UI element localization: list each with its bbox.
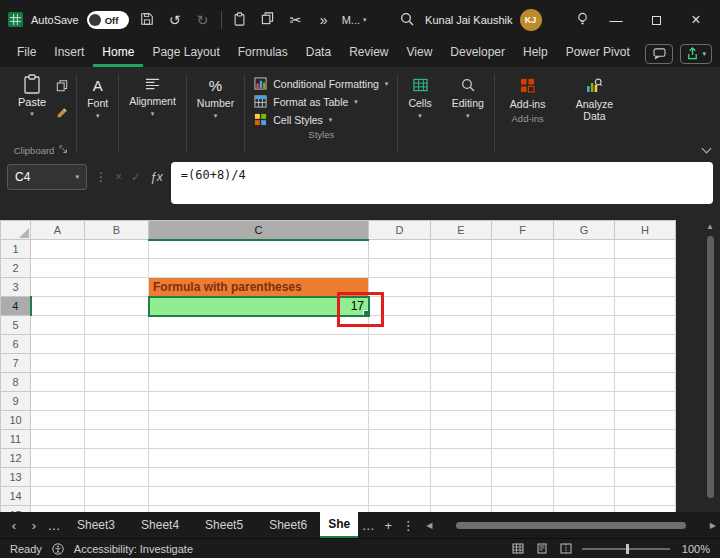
save-icon[interactable] bbox=[137, 12, 157, 29]
tab-file[interactable]: File bbox=[8, 40, 45, 67]
cell-H5[interactable] bbox=[615, 316, 676, 335]
tab-developer[interactable]: Developer bbox=[441, 40, 514, 67]
editing-group-collapsed[interactable]: Editing ▾ bbox=[442, 69, 494, 158]
cell-A15[interactable] bbox=[31, 506, 85, 513]
zoom-level[interactable]: 100% bbox=[678, 543, 710, 555]
row-header-13[interactable]: 13 bbox=[1, 468, 31, 487]
cell-H9[interactable] bbox=[615, 392, 676, 411]
paste-button[interactable]: Paste ▾ bbox=[11, 69, 53, 118]
column-header-E[interactable]: E bbox=[431, 221, 492, 240]
cell-F3[interactable] bbox=[492, 278, 554, 297]
sheet-tab-sheet3[interactable]: Sheet3 bbox=[64, 512, 128, 538]
horizontal-scrollbar-thumb[interactable] bbox=[456, 522, 686, 529]
column-header-G[interactable]: G bbox=[554, 221, 615, 240]
cell-B15[interactable] bbox=[85, 506, 149, 513]
select-all-corner[interactable] bbox=[1, 221, 31, 240]
cell-B8[interactable] bbox=[85, 373, 149, 392]
cell-F12[interactable] bbox=[492, 449, 554, 468]
cell-H12[interactable] bbox=[615, 449, 676, 468]
cell-H14[interactable] bbox=[615, 487, 676, 506]
account-button[interactable]: Kunal Jai Kaushik KJ bbox=[425, 9, 541, 31]
column-header-D[interactable]: D bbox=[369, 221, 431, 240]
column-header-A[interactable]: A bbox=[31, 221, 85, 240]
share-button[interactable]: ▾ bbox=[680, 44, 712, 64]
format-as-table-button[interactable]: Format as Table ▾ bbox=[254, 95, 388, 108]
cell-A1[interactable] bbox=[31, 240, 85, 259]
page-layout-view-button[interactable] bbox=[534, 542, 550, 556]
cell-E11[interactable] bbox=[431, 430, 492, 449]
cell-B6[interactable] bbox=[85, 335, 149, 354]
cell-F13[interactable] bbox=[492, 468, 554, 487]
autosave-toggle[interactable]: Off bbox=[87, 11, 129, 29]
row-header-4[interactable]: 4 bbox=[1, 297, 31, 316]
cell-D5[interactable] bbox=[369, 316, 431, 335]
row-header-10[interactable]: 10 bbox=[1, 411, 31, 430]
cell-A9[interactable] bbox=[31, 392, 85, 411]
cell-A6[interactable] bbox=[31, 335, 85, 354]
comments-button[interactable] bbox=[645, 44, 673, 64]
column-header-C[interactable]: C bbox=[149, 221, 369, 240]
cell-E13[interactable] bbox=[431, 468, 492, 487]
cell-F2[interactable] bbox=[492, 259, 554, 278]
cell-C14[interactable] bbox=[149, 487, 369, 506]
cell-D1[interactable] bbox=[369, 240, 431, 259]
cell-styles-button[interactable]: Cell Styles ▾ bbox=[254, 113, 388, 126]
cell-A4[interactable] bbox=[31, 297, 85, 316]
cell-F1[interactable] bbox=[492, 240, 554, 259]
cell-B7[interactable] bbox=[85, 354, 149, 373]
cell-A11[interactable] bbox=[31, 430, 85, 449]
cell-H2[interactable] bbox=[615, 259, 676, 278]
zoom-slider[interactable] bbox=[582, 548, 670, 550]
cell-C3[interactable]: Formula with parentheses bbox=[149, 278, 369, 297]
cell-B2[interactable] bbox=[85, 259, 149, 278]
cell-E10[interactable] bbox=[431, 411, 492, 430]
cell-H8[interactable] bbox=[615, 373, 676, 392]
cell-E12[interactable] bbox=[431, 449, 492, 468]
cell-E7[interactable] bbox=[431, 354, 492, 373]
accessibility-status[interactable]: Accessibility: Investigate bbox=[74, 543, 193, 555]
cell-H11[interactable] bbox=[615, 430, 676, 449]
cell-H13[interactable] bbox=[615, 468, 676, 487]
cancel-entry-icon[interactable]: × bbox=[115, 170, 122, 184]
tab-insert[interactable]: Insert bbox=[45, 40, 93, 67]
row-header-3[interactable]: 3 bbox=[1, 278, 31, 297]
cell-H6[interactable] bbox=[615, 335, 676, 354]
vertical-scrollbar[interactable]: ▲ bbox=[703, 222, 717, 508]
close-button[interactable]: × bbox=[680, 0, 712, 40]
cell-F7[interactable] bbox=[492, 354, 554, 373]
cell-C12[interactable] bbox=[149, 449, 369, 468]
row-header-12[interactable]: 12 bbox=[1, 449, 31, 468]
cell-E2[interactable] bbox=[431, 259, 492, 278]
cell-G13[interactable] bbox=[554, 468, 615, 487]
cell-C9[interactable] bbox=[149, 392, 369, 411]
cell-B9[interactable] bbox=[85, 392, 149, 411]
row-header-2[interactable]: 2 bbox=[1, 259, 31, 278]
tab-page-layout[interactable]: Page Layout bbox=[143, 40, 228, 67]
cell-F14[interactable] bbox=[492, 487, 554, 506]
cell-A10[interactable] bbox=[31, 411, 85, 430]
cell-H10[interactable] bbox=[615, 411, 676, 430]
cell-H15[interactable] bbox=[615, 506, 676, 513]
cell-C10[interactable] bbox=[149, 411, 369, 430]
search-icon[interactable] bbox=[397, 12, 417, 29]
cell-E3[interactable] bbox=[431, 278, 492, 297]
cell-G6[interactable] bbox=[554, 335, 615, 354]
name-box[interactable]: C4 ▾ bbox=[7, 164, 87, 190]
row-header-6[interactable]: 6 bbox=[1, 335, 31, 354]
sheet-tab-sheet4[interactable]: Sheet4 bbox=[128, 512, 192, 538]
column-header-F[interactable]: F bbox=[492, 221, 554, 240]
cell-D2[interactable] bbox=[369, 259, 431, 278]
cell-H4[interactable] bbox=[615, 297, 676, 316]
cell-G8[interactable] bbox=[554, 373, 615, 392]
vertical-scrollbar-thumb[interactable] bbox=[707, 236, 714, 498]
horizontal-scrollbar[interactable]: ◀ ▶ bbox=[426, 512, 716, 538]
confirm-entry-icon[interactable]: ✓ bbox=[131, 170, 141, 184]
cell-C6[interactable] bbox=[149, 335, 369, 354]
cell-C2[interactable] bbox=[149, 259, 369, 278]
row-header-8[interactable]: 8 bbox=[1, 373, 31, 392]
cell-B3[interactable] bbox=[85, 278, 149, 297]
formula-input[interactable]: =(60+8)/4 bbox=[171, 162, 713, 204]
cell-D14[interactable] bbox=[369, 487, 431, 506]
cell-A12[interactable] bbox=[31, 449, 85, 468]
cell-H1[interactable] bbox=[615, 240, 676, 259]
